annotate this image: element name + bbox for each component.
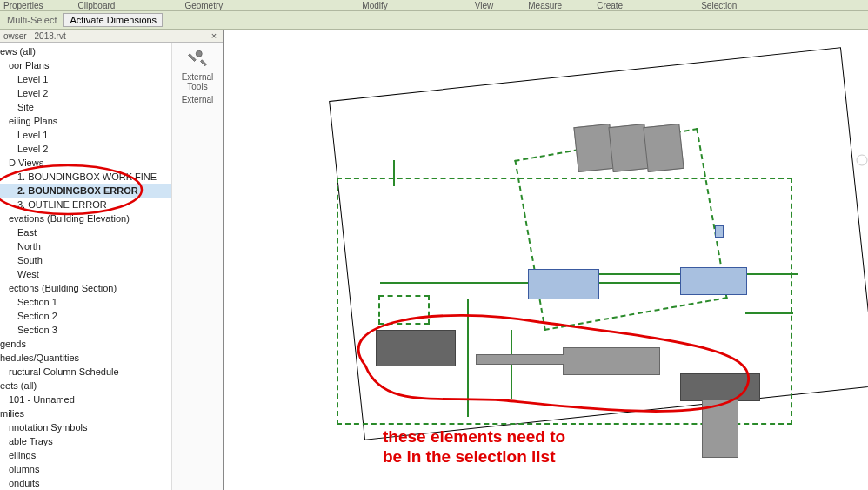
grid-line[interactable] [467, 299, 469, 417]
tree-item[interactable]: 101 - Unnamed [0, 393, 171, 406]
external-panel-label: External [182, 95, 214, 104]
browser-title-text: owser - 2018.rvt [3, 31, 66, 41]
annotation-text: these elements need to be in the selecti… [383, 426, 565, 467]
close-icon[interactable]: × [209, 30, 219, 41]
tree-item[interactable]: Section 3 [0, 323, 171, 337]
tree-item[interactable]: gends [0, 337, 171, 351]
project-browser-tree[interactable]: ews (all)oor PlansLevel 1Level 2Siteeili… [0, 43, 171, 490]
tree-item[interactable]: oor Plans [0, 58, 171, 72]
structural-element[interactable] [702, 399, 738, 458]
group-measure: Measure [528, 1, 562, 10]
grid-line[interactable] [393, 160, 395, 186]
tree-item[interactable]: Section 1 [0, 295, 171, 309]
group-clipboard: Clipboard [78, 1, 116, 10]
tree-item[interactable]: eiling Plans [0, 114, 171, 128]
tree-item[interactable]: milies [0, 406, 171, 420]
multi-select-button[interactable]: Multi-Select [3, 13, 60, 27]
tree-item[interactable]: Level 1 [0, 72, 171, 86]
group-geometry: Geometry [184, 1, 223, 10]
tree-item[interactable]: ructural Column Schedule [0, 365, 171, 379]
activate-dimensions-button[interactable]: Activate Dimensions [63, 13, 163, 27]
tree-item[interactable]: hedules/Quantities [0, 351, 171, 365]
tree-item[interactable]: 2. BOUNDINGBOX ERROR [0, 184, 171, 198]
tree-item[interactable]: Site [0, 100, 171, 114]
roof-element[interactable] [643, 124, 684, 172]
group-create: Create [597, 1, 623, 10]
wall-element[interactable] [680, 267, 747, 295]
structural-element[interactable] [476, 354, 564, 365]
tree-item[interactable]: olumns [0, 462, 171, 476]
svg-point-0 [857, 155, 867, 165]
tree-item[interactable]: onduits [0, 476, 171, 490]
structural-element[interactable] [563, 347, 660, 375]
group-modify: Modify [362, 1, 387, 10]
group-selection: Selection [701, 1, 737, 10]
tree-item[interactable]: D Views [0, 156, 171, 170]
structural-element[interactable] [376, 330, 456, 366]
drawing-canvas[interactable] [224, 30, 868, 490]
tree-item[interactable]: able Trays [0, 434, 171, 448]
group-properties: Properties [3, 1, 43, 10]
structural-element[interactable] [680, 373, 760, 401]
tree-item[interactable]: 1. BOUNDINGBOX WORK FINE [0, 170, 171, 184]
tree-item[interactable]: evations (Building Elevation) [0, 211, 171, 225]
tree-item[interactable]: eets (all) [0, 379, 171, 393]
grid-line[interactable] [511, 330, 512, 399]
tree-item[interactable]: West [0, 267, 171, 281]
contextual-ribbon: Multi-Select Activate Dimensions [0, 11, 868, 30]
scope-box-fragment[interactable] [378, 295, 430, 325]
group-view: View [475, 1, 494, 10]
wall-element[interactable] [715, 225, 724, 238]
external-tools-icon[interactable] [184, 46, 211, 70]
wall-element[interactable] [528, 269, 599, 299]
project-browser-panel: owser - 2018.rvt × ews (all)oor PlansLev… [0, 30, 224, 490]
tree-item[interactable]: eilings [0, 448, 171, 462]
tree-item[interactable]: nnotation Symbols [0, 420, 171, 434]
tree-item[interactable]: East [0, 225, 171, 239]
external-tools-label: External Tools [172, 72, 223, 91]
project-browser-titlebar[interactable]: owser - 2018.rvt × [0, 30, 223, 43]
ribbon-group-labels: Properties Clipboard Geometry Modify Vie… [0, 0, 868, 11]
tree-item[interactable]: Level 1 [0, 128, 171, 142]
view-cube[interactable] [856, 134, 868, 186]
tree-item[interactable]: Level 2 [0, 142, 171, 156]
grid-line[interactable] [745, 312, 793, 314]
external-tools-panel: External Tools External [171, 43, 223, 490]
tree-item[interactable]: Level 2 [0, 86, 171, 100]
tree-item[interactable]: 3. OUTLINE ERROR [0, 198, 171, 211]
tree-item[interactable]: North [0, 239, 171, 253]
tree-item[interactable]: Section 2 [0, 309, 171, 323]
tree-item[interactable]: ections (Building Section) [0, 281, 171, 295]
tree-item[interactable]: South [0, 253, 171, 267]
tree-item[interactable]: ews (all) [0, 44, 171, 58]
